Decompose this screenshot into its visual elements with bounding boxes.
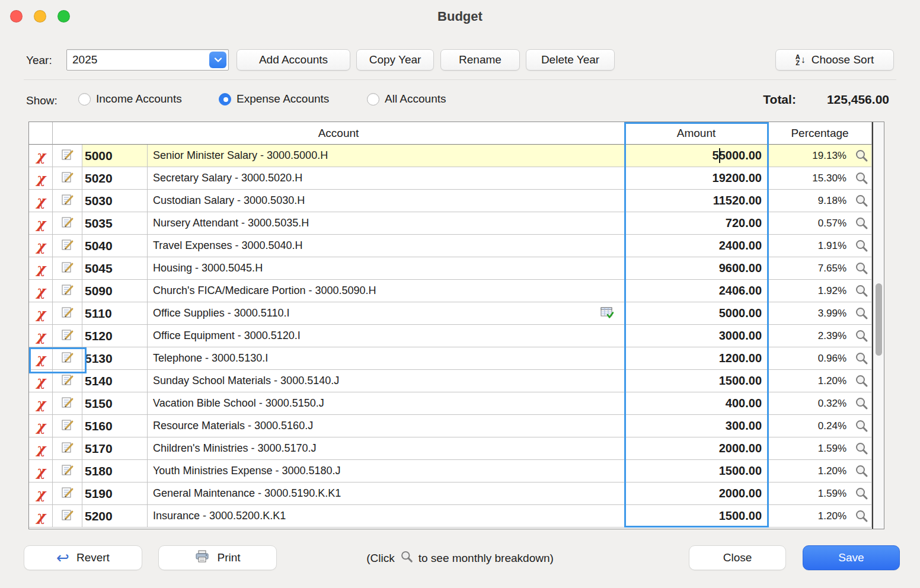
magnifier-icon[interactable] xyxy=(851,239,871,253)
account-number-cell[interactable]: 5000 xyxy=(82,145,148,167)
delete-year-button[interactable]: Delete Year xyxy=(526,49,615,71)
magnifier-icon[interactable] xyxy=(851,306,871,320)
amount-cell[interactable]: 2400.00 xyxy=(625,235,768,257)
edit-row-icon[interactable] xyxy=(60,418,75,434)
account-number-cell[interactable]: 5120 xyxy=(82,325,148,347)
account-name-cell[interactable]: Nursery Attendant - 3000.5035.H xyxy=(148,212,625,235)
magnifier-icon[interactable] xyxy=(851,149,871,162)
edit-row-icon[interactable] xyxy=(60,509,75,524)
delete-cell[interactable]: χ xyxy=(29,415,53,437)
edit-cell[interactable] xyxy=(53,257,82,280)
magnifier-icon[interactable] xyxy=(851,284,871,298)
edit-cell[interactable] xyxy=(53,460,82,482)
edit-row-icon[interactable] xyxy=(60,148,75,164)
magnifier-icon[interactable] xyxy=(851,351,871,365)
account-name-cell[interactable]: Housing - 3000.5045.H xyxy=(148,257,625,280)
vertical-scrollbar[interactable] xyxy=(872,122,884,529)
edit-row-icon[interactable] xyxy=(60,283,75,299)
close-button[interactable]: Close xyxy=(689,545,786,570)
delete-cell[interactable]: χ xyxy=(29,370,53,392)
delete-row-icon[interactable]: χ xyxy=(36,306,45,320)
edit-cell[interactable] xyxy=(53,437,82,460)
account-name-cell[interactable]: Youth Ministries Expense - 3000.5180.J xyxy=(148,460,625,482)
delete-cell[interactable]: χ xyxy=(29,257,53,280)
edit-row-icon[interactable] xyxy=(60,306,75,321)
account-name-cell[interactable]: Vacation Bible School - 3000.5150.J xyxy=(148,392,625,415)
magnifier-icon[interactable] xyxy=(851,487,871,500)
edit-cell[interactable] xyxy=(53,505,82,528)
delete-cell[interactable]: χ xyxy=(29,392,53,415)
amount-cell[interactable]: 2406.00 xyxy=(625,280,768,302)
delete-row-icon[interactable]: χ xyxy=(36,261,45,275)
amount-cell[interactable]: 1500.00 xyxy=(625,505,768,528)
delete-row-icon[interactable]: χ xyxy=(36,149,45,162)
delete-cell[interactable]: χ xyxy=(29,167,53,190)
delete-cell[interactable]: χ xyxy=(29,482,53,505)
account-name-cell[interactable]: Office Equipment - 3000.5120.I xyxy=(148,325,625,347)
save-button[interactable]: Save xyxy=(803,545,900,570)
delete-row-icon[interactable]: χ xyxy=(36,464,45,478)
edit-row-icon[interactable] xyxy=(60,216,75,231)
edit-row-icon[interactable] xyxy=(60,238,75,254)
magnifier-icon[interactable] xyxy=(851,397,871,410)
account-number-cell[interactable]: 5190 xyxy=(82,482,148,505)
amount-cell[interactable]: 11520.00 xyxy=(625,190,768,212)
rename-button[interactable]: Rename xyxy=(440,49,520,71)
magnifier-icon[interactable] xyxy=(851,216,871,230)
account-name-cell[interactable]: Resource Materials - 3000.5160.J xyxy=(148,415,625,437)
delete-row-icon[interactable]: χ xyxy=(36,419,45,433)
delete-cell[interactable]: χ xyxy=(29,302,53,325)
account-name-cell[interactable]: General Maintenance - 3000.5190.K.K1 xyxy=(148,482,625,505)
edit-cell[interactable] xyxy=(53,235,82,257)
edit-cell[interactable] xyxy=(53,302,82,325)
delete-cell[interactable]: χ xyxy=(29,347,53,370)
spreadsheet-icon[interactable] xyxy=(600,307,614,319)
account-number-cell[interactable]: 5140 xyxy=(82,370,148,392)
delete-row-icon[interactable]: χ xyxy=(36,284,45,298)
edit-cell[interactable] xyxy=(53,190,82,212)
delete-row-icon[interactable]: χ xyxy=(36,509,45,523)
account-name-cell[interactable]: Secretary Salary - 3000.5020.H xyxy=(148,167,625,190)
radio-income-accounts[interactable]: Income Accounts xyxy=(78,92,182,106)
delete-row-icon[interactable]: χ xyxy=(36,397,45,410)
amount-cell[interactable]: 720.00 xyxy=(625,212,768,235)
delete-cell[interactable]: χ xyxy=(29,212,53,235)
magnifier-icon[interactable] xyxy=(851,464,871,478)
amount-cell[interactable]: 400.00 xyxy=(625,392,768,415)
edit-row-icon[interactable] xyxy=(60,328,75,344)
edit-cell[interactable] xyxy=(53,415,82,437)
account-name-cell[interactable]: Telephone - 3000.5130.I xyxy=(148,347,625,370)
account-number-cell[interactable]: 5160 xyxy=(82,415,148,437)
account-number-cell[interactable]: 5030 xyxy=(82,190,148,212)
print-button[interactable]: Print xyxy=(158,545,277,570)
edit-row-icon[interactable] xyxy=(60,441,75,456)
add-accounts-button[interactable]: Add Accounts xyxy=(237,49,350,71)
magnifier-icon[interactable] xyxy=(851,442,871,455)
account-number-cell[interactable]: 5020 xyxy=(82,167,148,190)
edit-cell[interactable] xyxy=(53,325,82,347)
edit-row-icon[interactable] xyxy=(60,351,75,366)
magnifier-icon[interactable] xyxy=(851,194,871,207)
amount-cell[interactable]: 5000.00 xyxy=(625,302,768,325)
account-name-cell[interactable]: Office Supplies - 3000.5110.I xyxy=(148,302,625,325)
delete-row-icon[interactable]: χ xyxy=(36,374,45,388)
copy-year-button[interactable]: Copy Year xyxy=(356,49,434,71)
account-name-cell[interactable]: Church's FICA/Medicare Portion - 3000.50… xyxy=(148,280,625,302)
delete-cell[interactable]: χ xyxy=(29,325,53,347)
edit-row-icon[interactable] xyxy=(60,464,75,479)
scrollbar-thumb[interactable] xyxy=(876,283,882,356)
year-dropdown[interactable]: 2025 xyxy=(66,49,229,71)
edit-row-icon[interactable] xyxy=(60,396,75,411)
delete-row-icon[interactable]: χ xyxy=(36,216,45,230)
edit-cell[interactable] xyxy=(53,482,82,505)
delete-cell[interactable]: χ xyxy=(29,460,53,482)
amount-cell[interactable]: 2000.00 xyxy=(625,437,768,460)
delete-row-icon[interactable]: χ xyxy=(36,351,45,365)
amount-cell[interactable]: 9600.00 xyxy=(625,257,768,280)
amount-cell[interactable]: 1200.00 xyxy=(625,347,768,370)
delete-row-icon[interactable]: χ xyxy=(36,171,45,185)
account-number-cell[interactable]: 5150 xyxy=(82,392,148,415)
account-name-cell[interactable]: Sunday School Materials - 3000.5140.J xyxy=(148,370,625,392)
delete-cell[interactable]: χ xyxy=(29,235,53,257)
magnifier-icon[interactable] xyxy=(851,419,871,433)
